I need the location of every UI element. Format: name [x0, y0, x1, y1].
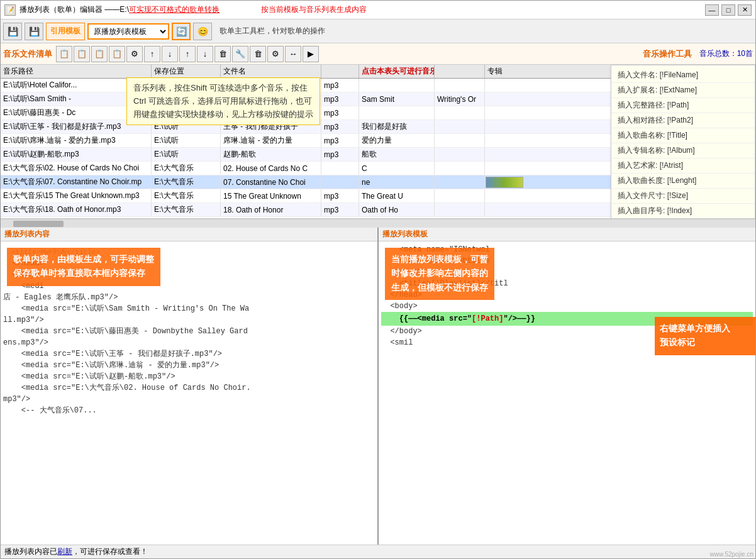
title-bar-left: 📝 播放列表（歌单）编辑器 ——E:\可实现不可格式的歌单转换 按当前模板与音乐… — [4, 4, 367, 16]
td-artist — [435, 189, 485, 202]
settings3-btn[interactable]: ⚙ — [267, 46, 284, 62]
context-menu-item[interactable]: 插入专辑名称: [!Album] — [611, 143, 755, 158]
music-count: 音乐总数：10首 — [699, 48, 753, 59]
td-title: Sam Smit — [359, 92, 435, 106]
move-down2-btn[interactable]: ↓ — [197, 46, 213, 62]
td-path: E:\大气音乐\18. Oath of Honor.mp3 — [1, 203, 152, 216]
td-title: ne — [359, 175, 435, 189]
td-filename: 赵鹏-船歌 — [221, 148, 321, 161]
settings2-btn[interactable]: ⚙ — [126, 46, 143, 62]
td-save: E:\大气音乐 — [152, 189, 221, 202]
context-menu-item[interactable]: 插入完整路径: [!Path] — [611, 98, 755, 113]
th-ext[interactable] — [321, 65, 359, 78]
settings-button[interactable]: 😊 — [193, 23, 212, 40]
td-path: E:\试听\席琳.迪翁 - 爱的力量.mp3 — [1, 134, 152, 147]
th-artist[interactable] — [435, 65, 485, 78]
move-up-btn[interactable]: ↑ — [144, 46, 160, 62]
save2-button[interactable]: 💾 — [25, 23, 43, 40]
td-artist — [435, 175, 485, 189]
right-panel: 播放列表模板 当前播放列表模板，可暂 时修改并影响左侧内容的 生成，但模板不进行… — [379, 228, 755, 545]
left-panel-header: 播放列表内容 — [1, 228, 377, 241]
td-ext — [321, 162, 359, 175]
td-title — [359, 106, 435, 119]
th-filename[interactable]: 文件名 — [221, 65, 321, 78]
table-scrollbar[interactable] — [1, 219, 755, 228]
copy-btn[interactable]: 📋 — [56, 46, 72, 62]
td-artist — [435, 134, 485, 147]
copy2-btn[interactable]: 📋 — [74, 46, 90, 62]
toolbar1: 💾 💾 引用模板 原播放列表模板 模板2 模板3 🔄 😊 歌单主工具栏，针对歌单… — [1, 19, 755, 43]
copy4-btn[interactable]: 📋 — [109, 46, 125, 62]
status-refresh-link[interactable]: 刷新 — [57, 546, 72, 557]
maximize-button[interactable]: □ — [721, 4, 735, 16]
td-ext: mp3 — [321, 203, 359, 216]
td-filename: 席琳.迪翁 - 爱的力量 — [221, 134, 321, 147]
music-list-label: 音乐文件清单 — [3, 48, 52, 60]
context-menu-item[interactable]: 插入歌曲名称: [!Title] — [611, 128, 755, 143]
delete-btn[interactable]: 🗑 — [214, 46, 231, 62]
td-save: E:\大气音乐 — [152, 175, 221, 189]
table-annotation: 音乐列表，按住Shift 可连续选中多个音乐，按住 Ctrl 可跳选音乐，选择后… — [126, 77, 320, 125]
right-annotation-box: 右键菜单方便插入 预设标记 — [655, 317, 755, 355]
title-controls: — □ ✕ — [705, 4, 752, 16]
th-path[interactable]: 音乐路径 — [1, 65, 152, 78]
td-ext: mp3 — [321, 120, 359, 133]
minimize-button[interactable]: — — [705, 4, 719, 16]
td-title: C — [359, 162, 435, 175]
td-ext: mp3 — [321, 79, 359, 92]
right-panel-header: 播放列表模板 — [379, 228, 755, 241]
td-ext: mp3 — [321, 148, 359, 161]
title-main: 播放列表（歌单）编辑器 ——E:\ — [19, 5, 129, 14]
watermark: www.52pojie.cn — [710, 551, 753, 558]
td-artist — [435, 148, 485, 161]
save-button[interactable]: 💾 — [3, 23, 22, 40]
context-menu-item[interactable]: 插入文件名: [!FileName] — [611, 68, 755, 83]
right-panel-content[interactable]: 当前播放列表模板，可暂 时修改并影响左侧内容的 生成，但模板不进行保存 右键菜单… — [379, 241, 755, 545]
td-artist — [435, 106, 485, 119]
td-artist — [435, 79, 485, 92]
td-title: The Great U — [359, 189, 435, 202]
move-up2-btn[interactable]: ↑ — [179, 46, 196, 62]
context-menu-item[interactable]: 插入歌曲长度: [!Lenght] — [611, 174, 755, 189]
play-btn[interactable]: ▶ — [303, 46, 319, 62]
th-save[interactable]: 保存位置 — [152, 65, 221, 78]
right-annotation: 当前播放列表模板，可暂 时修改并影响左侧内容的 生成，但模板不进行保存 — [385, 248, 494, 300]
left-annotation: 歌单内容，由模板生成，可手动调整 保存歌单时将直接取本框内容保存 — [7, 248, 160, 286]
context-menu-item[interactable]: 插入相对路径: [!Path2] — [611, 113, 755, 128]
window-title: 播放列表（歌单）编辑器 ——E:\可实现不可格式的歌单转换 — [19, 4, 220, 15]
td-save: E:\大气音乐 — [152, 203, 221, 216]
td-save: E:\试听 — [152, 134, 221, 147]
td-ext — [321, 175, 359, 189]
td-path: E:\大气音乐\02. House of Cards No Choi — [1, 162, 152, 175]
context-menu-item[interactable]: 插入扩展名: [!ExtName] — [611, 83, 755, 98]
ref-template-button[interactable]: 引用模板 — [46, 23, 85, 40]
move-down-btn[interactable]: ↓ — [162, 46, 178, 62]
scrollbar-thumb[interactable] — [13, 221, 64, 227]
th-sort[interactable]: 点击本表头可进行音乐排序（顺、倒序切换） — [359, 65, 435, 78]
status-text2: ，可进行保存或查看！ — [72, 546, 148, 557]
copy3-btn[interactable]: 📋 — [91, 46, 108, 62]
status-bar: 播放列表内容已 刷新 ，可进行保存或查看！ www.52pojie.cn — [1, 545, 755, 558]
left-panel-content[interactable]: 歌单内容，由模板生成，可手动调整 保存歌单时将直接取本框内容保存 <title>… — [1, 241, 377, 545]
context-menu-item[interactable]: 插入曲目序号: [!Index] — [611, 204, 755, 219]
close-button[interactable]: ✕ — [738, 4, 752, 16]
main-window: 📝 播放列表（歌单）编辑器 ——E:\可实现不可格式的歌单转换 按当前模板与音乐… — [0, 0, 756, 559]
swap-btn[interactable]: ↔ — [285, 46, 301, 62]
tool-btn[interactable]: 🔧 — [232, 46, 248, 62]
td-ext: mp3 — [321, 92, 359, 106]
td-filename: 15 The Great Unknown — [221, 189, 321, 202]
td-artist: Writing's Or — [435, 92, 485, 106]
context-menu-item[interactable]: 插入艺术家: [!Atrist] — [611, 158, 755, 174]
td-filename: 18. Oath of Honor — [221, 203, 321, 216]
td-artist — [435, 120, 485, 133]
td-artist — [435, 162, 485, 175]
td-ext: mp3 — [321, 134, 359, 147]
title-annotation: 按当前模板与音乐列表生成内容 — [261, 4, 367, 15]
refresh-template-button[interactable]: 🔄 — [172, 23, 191, 40]
delete2-btn[interactable]: 🗑 — [250, 46, 266, 62]
template-dropdown[interactable]: 原播放列表模板 模板2 模板3 — [87, 23, 169, 40]
td-path: E:\试听\赵鹏-船歌.mp3 — [1, 148, 152, 161]
toolbar1-label: 歌单主工具栏，针对歌单的操作 — [220, 26, 325, 36]
context-menu-item[interactable]: 插入文件尺寸: [!Size] — [611, 189, 755, 204]
td-filename: 07. Constantine No Choi — [221, 175, 321, 189]
